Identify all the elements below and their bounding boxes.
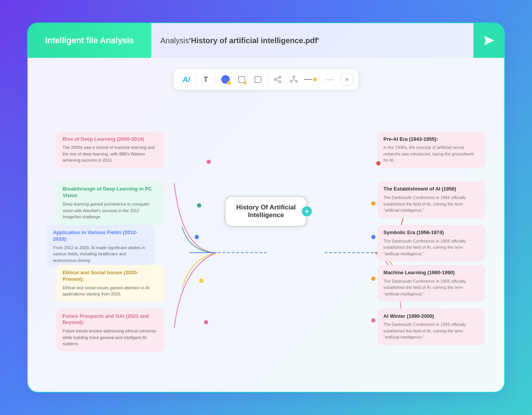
node-r1-title: Pre-AI Era (1943-1955): [384, 136, 479, 143]
rect-dot-shape [237, 75, 246, 84]
outer-card: Intelligent file Analysis Analysis 'Hist… [27, 22, 505, 393]
share-icon [273, 75, 282, 84]
minus-dot-yellow [313, 78, 317, 81]
node-l1-desc: The 2000s saw a revival of machine learn… [62, 144, 158, 164]
svg-point-3 [279, 81, 281, 83]
conn-dot-r4 [371, 277, 375, 281]
node-l1-title: Rise of Deep Learning (2000-2010) [62, 136, 158, 143]
title-prefix: Analysis [160, 36, 189, 45]
node-l2-desc: Deep learning gained prominence in compu… [62, 201, 158, 220]
conn-dot-l5 [204, 320, 208, 324]
node-right-2[interactable]: The Establishment of AI (1956) The Dartm… [377, 181, 485, 218]
node-r5-desc: The Dartmouth Conference in 1956 officia… [384, 321, 479, 341]
node-l3-desc: From 2012 to 2020, AI made significant s… [53, 245, 148, 264]
toolbar-close-button[interactable]: ✕ [341, 73, 353, 86]
brand-title: Intelligent file Analysis [45, 35, 134, 46]
send-icon [482, 34, 496, 47]
toolbar-circle-button[interactable] [218, 72, 233, 87]
svg-point-7 [293, 76, 295, 78]
node-r3-title: Symbolic Era (1956-1974) [384, 229, 479, 236]
node-left-1[interactable]: Rise of Deep Learning (2000-2010) The 20… [56, 132, 164, 168]
node-r5-title: AI Winter (1990-2000) [384, 313, 479, 320]
node-right-4[interactable]: Machine Learning (1980-1990) The Dartmou… [377, 265, 485, 302]
node-left-5[interactable]: Future Prospects and GAI (2021 and Beyon… [56, 309, 164, 352]
svg-line-12 [294, 80, 296, 81]
toolbar-divider-2 [215, 74, 216, 85]
minus-line [304, 79, 312, 80]
toolbar-divider-1 [196, 74, 196, 85]
node-right-5[interactable]: AI Winter (1990-2000) The Dartmouth Conf… [377, 309, 485, 345]
conn-dot-r2 [371, 201, 375, 206]
conn-dot-l3 [195, 235, 199, 239]
svg-line-5 [276, 78, 279, 79]
svg-line-6 [276, 80, 279, 81]
node-l4-desc: Ethical and social issues gained attenti… [62, 285, 158, 297]
header: Intelligent file Analysis Analysis 'Hist… [28, 23, 504, 58]
svg-rect-1 [255, 76, 261, 83]
conn-dot-r5 [371, 318, 375, 322]
toolbar-share-button[interactable] [270, 72, 285, 87]
toolbar-ai-button[interactable]: AI [179, 72, 194, 87]
network-icon [290, 75, 298, 84]
toolbar-divider-3 [268, 74, 268, 85]
node-r4-title: Machine Learning (1980-1990) [384, 270, 479, 276]
node-right-1[interactable]: Pre-AI Era (1943-1955): In the 1940s, th… [377, 132, 485, 168]
node-r2-title: The Establishment of AI (1956) [384, 186, 479, 192]
center-node[interactable]: History Of Artificial Intelligence + [225, 196, 307, 227]
node-r4-desc: The Dartmouth Conference in 1956 officia… [384, 278, 479, 297]
toolbar-rect-button[interactable] [251, 72, 265, 87]
toolbar: AI T [173, 69, 359, 90]
center-node-plus[interactable]: + [302, 206, 312, 216]
conn-dot-l1 [207, 160, 211, 164]
conn-dot-l2 [197, 203, 201, 208]
node-right-3[interactable]: Symbolic Era (1956-1974) The Dartmouth C… [377, 225, 485, 261]
conn-dot-l4 [199, 278, 204, 283]
circle-shape [221, 75, 230, 84]
center-node-line1: History Of Artificial [236, 204, 296, 211]
toolbar-network-button[interactable] [286, 72, 301, 87]
node-left-3[interactable]: Application in Various Fields (2012-2020… [47, 225, 155, 268]
conn-dot-r3 [371, 235, 375, 239]
node-l5-desc: Future trends involve addressing ethical… [62, 328, 158, 347]
node-r3-desc: The Dartmouth Conference in 1956 officia… [384, 238, 479, 257]
send-button[interactable] [473, 23, 504, 58]
svg-point-2 [279, 76, 281, 78]
dot-yellow [227, 81, 231, 85]
node-r1-desc: In the 1940s, the concept of artificial … [384, 144, 479, 164]
toolbar-more-button[interactable]: ··· [322, 72, 337, 87]
title-bold: 'History of artificial intelligence.pdf' [189, 36, 319, 45]
toolbar-rect-dot-button[interactable] [234, 72, 249, 87]
main-content: AI T [28, 58, 504, 392]
node-r2-desc: The Dartmouth Conference in 1956 officia… [384, 194, 479, 214]
node-l5-title: Future Prospects and GAI (2021 and Beyon… [62, 313, 158, 326]
header-title-section: Analysis 'History of artificial intellig… [151, 23, 473, 58]
toolbar-minus-dot-button[interactable] [303, 72, 317, 87]
rect-shape [254, 75, 262, 84]
node-l3-title: Application in Various Fields (2012-2020… [53, 229, 148, 243]
svg-point-4 [274, 79, 276, 81]
toolbar-divider-4 [320, 74, 320, 85]
toolbar-text-button[interactable]: T [199, 72, 213, 87]
brand-section: Intelligent file Analysis [28, 23, 151, 58]
minus-dot-shape [304, 75, 316, 84]
node-l4-title: Ethical and Social Issues (2020-Present)… [62, 270, 158, 283]
node-left-2[interactable]: Breakthrough of Deep Learning in PC Visi… [56, 181, 164, 224]
svg-line-11 [291, 80, 293, 81]
rect-dot-yellow [244, 81, 247, 84]
node-left-4[interactable]: Ethical and Social Issues (2020-Present)… [56, 265, 164, 302]
node-l2-title: Breakthrough of Deep Learning in PC Visi… [62, 186, 158, 199]
center-node-line2: Intelligence [248, 211, 284, 219]
